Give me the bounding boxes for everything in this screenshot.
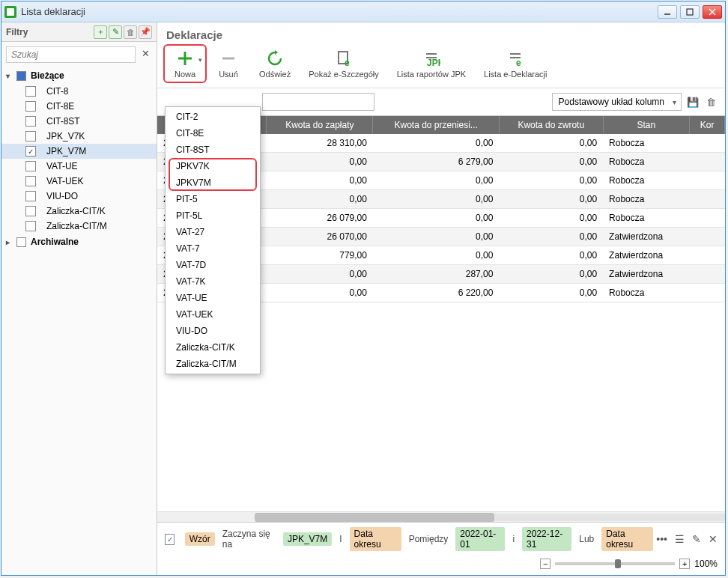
cell-kor bbox=[690, 190, 725, 209]
chip-val1[interactable]: JPK_V7M bbox=[283, 532, 332, 546]
dropdown-item[interactable]: PIT-5 bbox=[166, 191, 260, 207]
cell-kor bbox=[690, 284, 725, 302]
tree-item-label: VAT-UE bbox=[46, 161, 78, 171]
chip-date1[interactable]: 2022-01-01 bbox=[455, 527, 505, 551]
chip-sep2: i bbox=[508, 532, 519, 546]
search-input[interactable] bbox=[6, 46, 136, 63]
tree-checkbox[interactable] bbox=[25, 161, 36, 171]
horizontal-scrollbar[interactable] bbox=[157, 511, 725, 522]
dropdown-item[interactable]: VAT-7D bbox=[166, 257, 260, 273]
odswiez-button[interactable]: Odśwież bbox=[250, 44, 300, 83]
tree-group-archive[interactable]: ▸ Archiwalne bbox=[1, 234, 157, 250]
dropdown-item[interactable]: Zaliczka-CIT/M bbox=[166, 356, 260, 372]
cell-zwrotu: 0,00 bbox=[499, 228, 603, 246]
edit-icon[interactable]: ✎ bbox=[692, 533, 701, 545]
tree-checkbox[interactable] bbox=[25, 86, 36, 97]
checkbox-group-archive[interactable] bbox=[16, 237, 26, 247]
column-header[interactable]: Kor bbox=[690, 116, 725, 134]
tree-item[interactable]: CIT-8 bbox=[1, 84, 157, 99]
cell-zwrotu: 0,00 bbox=[499, 246, 603, 265]
dropdown-item[interactable]: JPKV7K bbox=[166, 158, 260, 174]
minimize-button[interactable] bbox=[658, 5, 677, 19]
tree-checkbox[interactable]: ✓ bbox=[25, 146, 36, 156]
dropdown-item[interactable]: CIT-2 bbox=[166, 109, 260, 125]
chip-date2[interactable]: 2022-12-31 bbox=[522, 527, 571, 551]
cell-przeniesienia: 0,00 bbox=[373, 134, 499, 153]
chip-data-okresu-2[interactable]: Data okresu bbox=[601, 527, 653, 551]
tree-checkbox[interactable] bbox=[25, 206, 36, 216]
dropdown-item[interactable]: VAT-27 bbox=[166, 224, 260, 240]
dropdown-item[interactable]: VIU-DO bbox=[166, 323, 260, 339]
tree-item[interactable]: JPK_V7K bbox=[1, 129, 157, 144]
tree-item[interactable]: CIT-8E bbox=[1, 99, 157, 114]
tree-checkbox[interactable] bbox=[25, 221, 36, 231]
dropdown-item[interactable]: VAT-7K bbox=[166, 273, 260, 290]
zoom-slider[interactable] bbox=[555, 562, 675, 565]
nowa-button[interactable]: ▾ Nowa bbox=[163, 44, 207, 83]
dropdown-item[interactable]: PIT-5L bbox=[166, 207, 260, 224]
column-layout-dropdown[interactable]: Podstawowy układ kolumn bbox=[552, 93, 682, 111]
tree-checkbox[interactable] bbox=[25, 101, 36, 112]
add-filter-button[interactable]: ＋ bbox=[94, 25, 107, 39]
close-button[interactable] bbox=[703, 5, 722, 19]
jpk-list-icon: JPK bbox=[422, 49, 441, 68]
tree-checkbox[interactable] bbox=[25, 191, 36, 201]
dropdown-item[interactable]: VAT-UE bbox=[166, 290, 260, 306]
cell-stan: Robocza bbox=[603, 209, 690, 228]
pokaz-button[interactable]: e Pokaż e-Szczegóły bbox=[300, 44, 388, 83]
filter-value-input[interactable] bbox=[262, 93, 374, 111]
clear-search-button[interactable]: ✕ bbox=[139, 48, 152, 61]
column-header[interactable]: Kwota do przeniesi... bbox=[373, 116, 499, 134]
save-layout-button[interactable]: 💾 bbox=[686, 95, 700, 109]
maximize-button[interactable] bbox=[680, 5, 700, 19]
dropdown-item[interactable]: CIT-8ST bbox=[166, 142, 260, 158]
cell-zaplaty: 0,00 bbox=[267, 190, 373, 209]
cell-zaplaty: 0,00 bbox=[267, 284, 373, 302]
edit-filter-button[interactable]: ✎ bbox=[109, 25, 122, 39]
tree-item[interactable]: Zaliczka-CIT/M bbox=[1, 219, 157, 234]
dropdown-item[interactable]: CIT-8E bbox=[166, 125, 260, 142]
filters-label: Filtry bbox=[6, 27, 92, 37]
cell-zaplaty: 0,00 bbox=[267, 153, 373, 171]
dropdown-item[interactable]: VAT-UEK bbox=[166, 306, 260, 323]
column-header[interactable]: Kwota do zapłaty bbox=[267, 116, 373, 134]
column-header[interactable]: Kwota do zwrotu bbox=[499, 116, 603, 134]
edekl-button[interactable]: e Lista e-Deklaracji bbox=[475, 44, 556, 83]
tree-item-label: VIU-DO bbox=[46, 191, 78, 201]
dropdown-item[interactable]: Zaliczka-CIT/K bbox=[166, 339, 260, 356]
tree-group-current[interactable]: ▾ Bieżące bbox=[1, 67, 157, 84]
filters-header: Filtry ＋ ✎ 🗑 📌 bbox=[1, 22, 157, 42]
zoom-out-button[interactable]: − bbox=[540, 559, 550, 569]
document-e-icon: e bbox=[334, 49, 354, 68]
chip-data-okresu[interactable]: Data okresu bbox=[350, 527, 401, 551]
minus-icon bbox=[219, 49, 238, 68]
tree-item[interactable]: VIU-DO bbox=[1, 189, 157, 204]
close-filter-icon[interactable]: ✕ bbox=[709, 533, 718, 545]
tree-item[interactable]: VAT-UEK bbox=[1, 174, 157, 189]
tree-checkbox[interactable] bbox=[25, 116, 36, 127]
filter-enabled-checkbox[interactable]: ✓ bbox=[165, 534, 175, 545]
tree-item[interactable]: ✓JPK_V7M bbox=[1, 144, 157, 159]
raporty-button[interactable]: JPK Lista raportów JPK bbox=[388, 44, 475, 83]
pin-filter-button[interactable]: 📌 bbox=[139, 25, 152, 39]
tree-item[interactable]: CIT-8ST bbox=[1, 114, 157, 129]
dropdown-item[interactable]: JPKV7M bbox=[166, 174, 260, 191]
cell-kor bbox=[690, 171, 725, 190]
caret-right-icon: ▸ bbox=[6, 238, 15, 246]
column-header[interactable]: Stan bbox=[603, 116, 690, 134]
chip-zaczyna: Zaczyna się na bbox=[218, 527, 280, 551]
tree-item[interactable]: VAT-UE bbox=[1, 159, 157, 174]
tree-checkbox[interactable] bbox=[25, 176, 36, 186]
list-icon[interactable]: ☰ bbox=[675, 533, 685, 545]
tree-checkbox[interactable] bbox=[25, 131, 36, 142]
more-icon[interactable]: ••• bbox=[656, 533, 667, 545]
tree-item[interactable]: Zaliczka-CIT/K bbox=[1, 204, 157, 219]
usun-button[interactable]: Usuń bbox=[207, 44, 250, 83]
dropdown-item[interactable]: VAT-7 bbox=[166, 240, 260, 257]
delete-filter-button[interactable]: 🗑 bbox=[124, 25, 137, 39]
zoom-in-button[interactable]: + bbox=[679, 559, 690, 569]
delete-layout-button[interactable]: 🗑 bbox=[704, 95, 718, 109]
checkbox-group-current[interactable] bbox=[16, 71, 26, 81]
e-list-icon: e bbox=[506, 49, 525, 68]
chip-wzor[interactable]: Wzór bbox=[185, 532, 215, 546]
